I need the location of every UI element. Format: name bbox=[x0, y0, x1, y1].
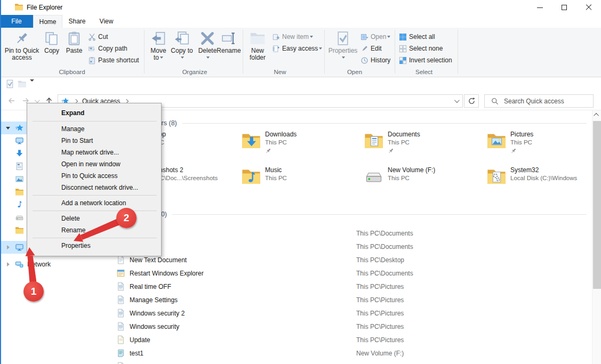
expander-icon[interactable] bbox=[4, 213, 13, 222]
vertical-scrollbar[interactable] bbox=[592, 110, 601, 364]
open-button[interactable]: Open bbox=[360, 32, 390, 42]
file-row[interactable]: Real time OFF This PC\Pictures bbox=[99, 280, 589, 293]
menu-separator bbox=[33, 121, 157, 122]
easy-access-label: Easy access bbox=[282, 45, 322, 52]
rename-button[interactable]: Rename bbox=[217, 31, 241, 54]
paste-shortcut-button[interactable]: Paste shortcut bbox=[88, 55, 139, 65]
nav-item[interactable]: Network bbox=[0, 258, 97, 271]
paste-button[interactable]: Paste bbox=[64, 31, 84, 54]
frequent-folders-grid: Desktop This PC Downloads This PC Docume… bbox=[118, 131, 601, 202]
expander-icon[interactable] bbox=[4, 162, 13, 171]
context-menu-item[interactable]: Pin to Quick access bbox=[27, 170, 161, 182]
scrollbar-thumb[interactable] bbox=[593, 121, 601, 289]
copy-label: Copy bbox=[44, 47, 59, 54]
tab-file[interactable]: File bbox=[0, 15, 33, 28]
easy-access-button[interactable]: Easy access bbox=[272, 44, 322, 53]
close-button[interactable] bbox=[576, 0, 601, 15]
context-menu-item[interactable]: Delete bbox=[27, 213, 161, 224]
file-row[interactable]: This PC\Documents bbox=[99, 240, 589, 253]
search-box[interactable] bbox=[484, 94, 594, 108]
search-input[interactable] bbox=[504, 98, 589, 105]
file-row[interactable]: Restart Windows Explorer This PC\Documen… bbox=[99, 266, 589, 280]
new-item-button[interactable]: New item bbox=[272, 32, 313, 42]
file-row[interactable]: WINDOWS KEY New Volume (F:) bbox=[99, 360, 589, 364]
qat-customize-icon[interactable] bbox=[30, 82, 36, 89]
address-dropdown-button[interactable] bbox=[450, 95, 462, 107]
context-menu-item-label: Rename bbox=[61, 227, 85, 234]
window-border bbox=[0, 0, 1, 364]
context-menu-item[interactable]: Pin to Start bbox=[27, 135, 161, 147]
folder-tile[interactable]: Documents This PC bbox=[364, 131, 486, 166]
minimize-button[interactable] bbox=[527, 0, 552, 15]
expander-icon[interactable] bbox=[4, 136, 13, 145]
qat-new-folder-icon[interactable] bbox=[18, 79, 27, 88]
folder-tile[interactable]: System32 Local Disk (C:)\Windows bbox=[486, 166, 601, 202]
delete-icon bbox=[199, 31, 215, 46]
expander-icon[interactable] bbox=[4, 243, 13, 252]
tab-view[interactable]: View bbox=[92, 15, 121, 28]
file-name: Restart Windows Explorer bbox=[130, 270, 356, 277]
rename-icon bbox=[221, 31, 237, 46]
refresh-button[interactable] bbox=[464, 94, 479, 108]
folder-tile[interactable]: Pictures This PC bbox=[486, 131, 601, 166]
qat-properties-icon[interactable] bbox=[5, 79, 14, 88]
edit-button[interactable]: Edit bbox=[360, 44, 382, 53]
expander-icon[interactable] bbox=[4, 124, 13, 132]
pin-icon bbox=[265, 148, 271, 154]
pin-to-quick-access-label: Pin to Quick access bbox=[4, 47, 39, 61]
maximize-button[interactable] bbox=[552, 0, 576, 15]
expander-icon[interactable] bbox=[4, 260, 13, 269]
select-none-icon bbox=[399, 45, 407, 53]
titlebar[interactable]: File Explorer bbox=[0, 0, 601, 15]
context-menu-item[interactable]: Expand bbox=[27, 107, 161, 119]
file-row[interactable]: New Text Document This PC\Desktop bbox=[99, 253, 589, 266]
file-row[interactable]: test1 New Volume (F:) bbox=[99, 346, 589, 360]
context-menu: Expand Manage Pin to Start Map network d… bbox=[27, 103, 162, 256]
folder-tile[interactable]: Downloads This PC bbox=[241, 131, 364, 166]
context-menu-item[interactable]: Rename bbox=[27, 224, 161, 236]
context-menu-item[interactable]: Add a network location bbox=[27, 197, 161, 209]
paste-shortcut-label: Paste shortcut bbox=[98, 56, 139, 64]
move-to-button[interactable]: Move to bbox=[147, 31, 170, 61]
select-all-button[interactable]: Select all bbox=[399, 32, 435, 42]
quick-access-toolbar bbox=[0, 77, 601, 91]
expander-icon[interactable] bbox=[4, 200, 13, 209]
expander-icon[interactable] bbox=[4, 226, 13, 234]
context-menu-item[interactable]: Map network drive... bbox=[27, 147, 161, 158]
expander-icon[interactable] bbox=[4, 188, 13, 196]
history-button[interactable]: History bbox=[360, 55, 390, 65]
file-row[interactable]: Update This PC\Pictures bbox=[99, 333, 589, 346]
copy-path-button[interactable]: Copy path bbox=[88, 44, 127, 53]
context-menu-item[interactable]: Manage bbox=[27, 123, 161, 135]
cut-button[interactable]: Cut bbox=[88, 32, 108, 42]
copy-button[interactable]: Copy bbox=[42, 31, 62, 54]
properties-button[interactable]: Properties bbox=[327, 31, 358, 61]
context-menu-item[interactable]: Properties bbox=[27, 240, 161, 252]
pin-to-quick-access-button[interactable]: Pin to Quick access bbox=[4, 31, 39, 61]
context-menu-item[interactable]: Disconnect network drive... bbox=[27, 182, 161, 193]
new-folder-button[interactable]: New folder bbox=[246, 31, 269, 61]
folder-tile[interactable]: New Volume (F:) This PC bbox=[364, 166, 486, 202]
select-none-button[interactable]: Select none bbox=[399, 44, 443, 53]
tab-home[interactable]: Home bbox=[33, 15, 62, 28]
file-row[interactable]: Manage Settings This PC\Pictures bbox=[99, 293, 589, 306]
expander-icon[interactable] bbox=[4, 175, 13, 183]
nav-item-icon bbox=[15, 188, 24, 196]
history-icon bbox=[360, 56, 368, 64]
tab-share[interactable]: Share bbox=[62, 15, 92, 28]
expander-icon[interactable] bbox=[4, 149, 13, 158]
back-button[interactable] bbox=[5, 94, 18, 107]
properties-icon bbox=[335, 31, 351, 46]
copy-to-button[interactable]: Copy to bbox=[171, 31, 193, 61]
file-row[interactable]: Windows security 2 This PC\Pictures bbox=[99, 306, 589, 320]
delete-button[interactable]: Delete bbox=[196, 31, 219, 61]
context-menu-item-label: Map network drive... bbox=[61, 149, 119, 156]
scrollbar-up-arrow[interactable] bbox=[592, 110, 601, 119]
folder-tile[interactable]: Music This PC bbox=[241, 166, 364, 202]
invert-selection-button[interactable]: Invert selection bbox=[399, 55, 452, 65]
nav-item-icon bbox=[15, 243, 24, 252]
window-title: File Explorer bbox=[27, 4, 62, 11]
file-row[interactable]: Windows security This PC\Pictures bbox=[99, 320, 589, 333]
context-menu-item[interactable]: Open in new window bbox=[27, 158, 161, 170]
file-row[interactable]: This PC\Documents bbox=[99, 227, 589, 240]
